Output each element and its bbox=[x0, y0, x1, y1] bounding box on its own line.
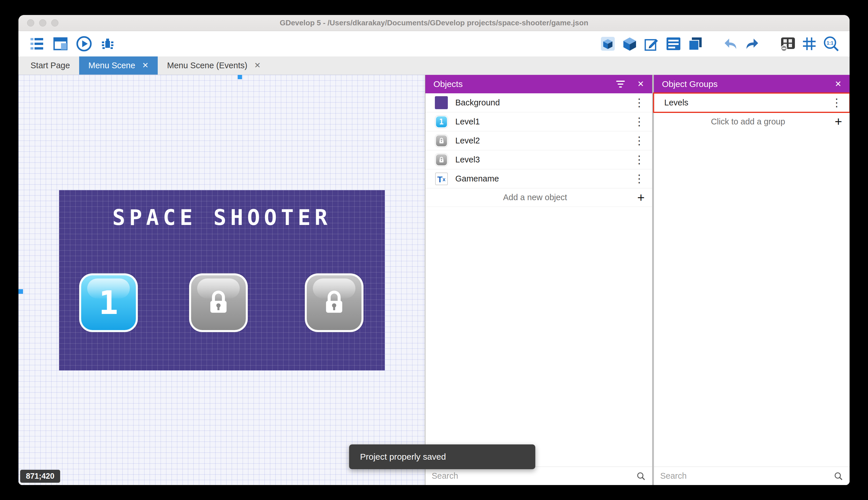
close-window-button[interactable] bbox=[27, 19, 34, 26]
level3-button-locked[interactable] bbox=[305, 273, 363, 332]
render-options-icon[interactable] bbox=[779, 36, 796, 52]
selection-handle[interactable] bbox=[19, 289, 23, 294]
row-menu-icon[interactable]: ⋮ bbox=[634, 98, 645, 107]
close-tab-icon[interactable]: ✕ bbox=[254, 61, 261, 69]
toolbar: 1:1 bbox=[19, 31, 849, 56]
play-icon[interactable] bbox=[76, 36, 92, 52]
tab-menu-scene[interactable]: Menu Scene ✕ bbox=[79, 56, 158, 75]
traffic-lights bbox=[27, 19, 58, 26]
objects-search-bar bbox=[425, 467, 652, 485]
padlock-icon bbox=[203, 288, 233, 318]
row-menu-icon[interactable]: ⋮ bbox=[634, 136, 645, 146]
zoom-label: 1:1 bbox=[826, 41, 833, 46]
add-object-plus-icon[interactable]: + bbox=[637, 191, 645, 204]
undo-icon[interactable] bbox=[723, 36, 739, 52]
zoom-icon[interactable]: 1:1 bbox=[823, 36, 839, 52]
zoom-window-button[interactable] bbox=[51, 19, 58, 26]
background-object[interactable]: SPACE SHOOTER 1 bbox=[59, 190, 385, 371]
project-manager-icon[interactable] bbox=[29, 36, 45, 52]
row-menu-icon[interactable]: ⋮ bbox=[634, 117, 645, 126]
groups-search-input[interactable] bbox=[660, 471, 830, 481]
background-thumbnail bbox=[435, 96, 448, 109]
tab-bar: Start Page Menu Scene ✕ Menu Scene (Even… bbox=[19, 56, 849, 75]
level2-thumbnail bbox=[435, 134, 448, 147]
toolbar-right: 1:1 bbox=[600, 36, 839, 52]
level3-thumbnail bbox=[435, 153, 448, 166]
add-object-row[interactable]: Add a new object + bbox=[425, 189, 652, 207]
tab-label: Menu Scene (Events) bbox=[167, 61, 247, 70]
objects-search-input[interactable] bbox=[432, 471, 632, 481]
window-title: GDevelop 5 - /Users/dkarakay/Documents/G… bbox=[19, 19, 849, 27]
padlock-icon bbox=[438, 156, 445, 163]
save-toast: Project properly saved bbox=[349, 444, 535, 469]
level2-button-locked[interactable] bbox=[189, 273, 248, 332]
search-icon[interactable] bbox=[833, 471, 843, 481]
row-menu-icon[interactable]: ⋮ bbox=[634, 155, 645, 164]
game-title-text: SPACE SHOOTER bbox=[59, 205, 385, 230]
tab-label: Menu Scene bbox=[89, 61, 135, 70]
close-panel-icon[interactable]: ✕ bbox=[637, 80, 644, 88]
object-groups-panel-title: Object Groups bbox=[662, 79, 717, 89]
add-group-plus-icon[interactable]: + bbox=[835, 115, 842, 128]
events-list-icon[interactable] bbox=[665, 36, 681, 52]
row-menu-icon[interactable]: ⋮ bbox=[634, 174, 645, 183]
group-row-levels[interactable]: Levels ⋮ bbox=[654, 93, 849, 112]
object-groups-panel-header: Object Groups ✕ bbox=[654, 75, 849, 93]
padlock-icon bbox=[438, 137, 445, 145]
text-object-thumbnail: Tx bbox=[435, 172, 448, 185]
grid-icon[interactable] bbox=[801, 36, 817, 52]
objects-panel-title: Objects bbox=[433, 79, 463, 89]
object-cube-icon[interactable] bbox=[622, 36, 638, 52]
tab-label: Start Page bbox=[31, 61, 70, 70]
level1-label: 1 bbox=[99, 284, 118, 321]
filter-icon[interactable] bbox=[616, 81, 625, 88]
redo-icon[interactable] bbox=[744, 36, 760, 52]
object-row-level2[interactable]: Level2 ⋮ bbox=[425, 131, 652, 150]
close-tab-icon[interactable]: ✕ bbox=[142, 61, 149, 69]
tab-start-page[interactable]: Start Page bbox=[21, 56, 79, 75]
close-panel-icon[interactable]: ✕ bbox=[835, 80, 842, 88]
titlebar: GDevelop 5 - /Users/dkarakay/Documents/G… bbox=[19, 15, 849, 31]
cursor-coordinates: 871;420 bbox=[20, 470, 60, 483]
tab-menu-scene-events[interactable]: Menu Scene (Events) ✕ bbox=[158, 56, 270, 75]
object-groups-panel: Object Groups ✕ Levels ⋮ Click to add a … bbox=[654, 75, 849, 485]
object-row-gamename[interactable]: Tx Gamename ⋮ bbox=[425, 169, 652, 189]
search-icon[interactable] bbox=[636, 471, 646, 481]
level1-button[interactable]: 1 bbox=[79, 273, 138, 332]
groups-search-bar bbox=[654, 467, 849, 485]
main-area: SPACE SHOOTER 1 bbox=[19, 75, 849, 485]
row-menu-icon[interactable]: ⋮ bbox=[831, 98, 842, 107]
scene-edit-icon[interactable] bbox=[600, 36, 616, 52]
scene-canvas[interactable]: SPACE SHOOTER 1 bbox=[19, 75, 425, 485]
pencil-icon[interactable] bbox=[644, 36, 660, 52]
level1-thumbnail: 1 bbox=[435, 115, 448, 128]
toast-message: Project properly saved bbox=[360, 452, 446, 462]
selection-handle[interactable] bbox=[238, 75, 242, 79]
objects-panel: Objects ✕ Background ⋮ 1 Level1 ⋮ bbox=[425, 75, 652, 485]
preview-window-icon[interactable] bbox=[52, 36, 69, 52]
add-group-row[interactable]: Click to add a group + bbox=[654, 112, 849, 131]
minimize-window-button[interactable] bbox=[39, 19, 46, 26]
objects-panel-header: Objects ✕ bbox=[425, 75, 652, 93]
gdevelop-window: GDevelop 5 - /Users/dkarakay/Documents/G… bbox=[19, 15, 849, 485]
toolbar-left bbox=[29, 36, 116, 52]
object-row-background[interactable]: Background ⋮ bbox=[425, 93, 652, 112]
layers-icon[interactable] bbox=[687, 36, 703, 52]
object-row-level1[interactable]: 1 Level1 ⋮ bbox=[425, 112, 652, 131]
objects-panel-empty-space bbox=[425, 207, 652, 467]
debug-icon[interactable] bbox=[99, 36, 116, 52]
groups-panel-empty-space bbox=[654, 131, 849, 467]
object-row-level3[interactable]: Level3 ⋮ bbox=[425, 150, 652, 169]
padlock-icon bbox=[319, 288, 349, 318]
